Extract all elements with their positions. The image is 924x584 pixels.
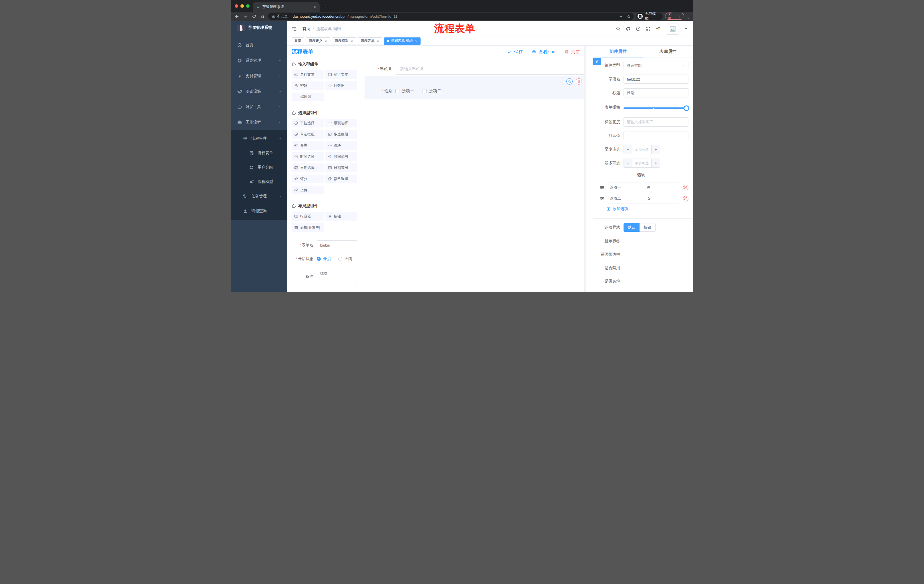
- palette-item-计数器[interactable]: 123计数器: [325, 81, 358, 90]
- form-remark-textarea[interactable]: 嘿嘿: [317, 269, 357, 284]
- gender-checkbox-选项一[interactable]: 选项一: [395, 89, 414, 94]
- chrome-caret-icon[interactable]: [687, 16, 690, 21]
- delete-component-button[interactable]: [576, 78, 582, 85]
- sidebar-item-基础设施[interactable]: 基础设施: [231, 84, 287, 99]
- input-字段名[interactable]: field122: [624, 74, 688, 84]
- remove-option-button[interactable]: [683, 196, 688, 201]
- sidebar-item-研发工具[interactable]: 研发工具: [231, 99, 287, 115]
- status-radio-closed[interactable]: 关闭: [338, 256, 352, 262]
- inspector-tab-组件属性[interactable]: 组件属性: [593, 46, 643, 57]
- palette-item-颜色选择[interactable]: 颜色选择: [325, 174, 358, 183]
- remove-option-button[interactable]: [683, 185, 688, 190]
- avatar-caret-icon[interactable]: [683, 26, 688, 31]
- sidebar-item-工作流程[interactable]: 工作流程: [231, 115, 287, 130]
- reload-icon[interactable]: [251, 14, 257, 18]
- sidebar-item-支付管理[interactable]: ¥支付管理: [231, 68, 287, 84]
- option-value-input[interactable]: 女: [644, 194, 679, 204]
- stepper-plus-button[interactable]: +: [651, 145, 660, 154]
- chrome-update-button[interactable]: 更新: [665, 13, 684, 20]
- palette-item-多选框组[interactable]: 多选框组: [325, 130, 358, 138]
- palette-item-密码[interactable]: 密码: [292, 81, 324, 90]
- resize-handle[interactable]: [354, 281, 356, 283]
- avatar[interactable]: [667, 23, 678, 35]
- canvas-gender-field-selected[interactable]: *性别 选项一选项二: [365, 76, 586, 99]
- home-icon[interactable]: [260, 14, 266, 18]
- stepper-minus-button[interactable]: −: [624, 159, 632, 168]
- input-默认值[interactable]: 1: [624, 131, 688, 140]
- palette-item-表格[开发中][interactable]: 表格[开发中]: [292, 223, 324, 232]
- palette-item-编辑器[interactable]: 编辑器: [292, 92, 324, 101]
- new-tab-button[interactable]: [323, 4, 327, 8]
- forward-icon[interactable]: [243, 14, 249, 18]
- copy-component-button[interactable]: [566, 78, 573, 85]
- tab-close-icon[interactable]: [314, 5, 317, 8]
- 清空-button[interactable]: 清空: [564, 49, 580, 54]
- inspector-tab-表单属性[interactable]: 表单属性: [643, 46, 693, 57]
- sidebar-item-请假查询[interactable]: 请假查询: [231, 204, 287, 219]
- palette-item-日期选择[interactable]: 日期选择: [292, 163, 324, 172]
- tag-close-icon[interactable]: [415, 40, 418, 43]
- drag-handle-icon[interactable]: [599, 185, 604, 190]
- phone-input[interactable]: 请输入手机号: [396, 64, 586, 74]
- fullscreen-icon[interactable]: [646, 26, 651, 31]
- canvas-scrollbar[interactable]: [584, 46, 586, 292]
- palette-item-评分[interactable]: 评分: [292, 174, 324, 183]
- sidebar-item-任务管理[interactable]: 任务管理: [231, 189, 287, 204]
- gender-checkbox-选项二[interactable]: 选项二: [422, 89, 441, 94]
- palette-item-上传[interactable]: 上传: [292, 186, 324, 194]
- sidebar-fold-icon[interactable]: [292, 26, 297, 31]
- stepper-minus-button[interactable]: −: [624, 145, 632, 154]
- tag-close-icon[interactable]: [325, 40, 327, 43]
- bookmark-star-icon[interactable]: [627, 14, 631, 18]
- segment-按钮[interactable]: 按钮: [640, 223, 655, 232]
- input-标题[interactable]: 性别: [624, 88, 688, 97]
- status-radio-open[interactable]: 开启: [317, 256, 331, 262]
- slider-thumb[interactable]: [683, 105, 689, 111]
- grid-span-slider[interactable]: [624, 104, 688, 113]
- tag-close-icon[interactable]: [376, 40, 380, 43]
- drag-handle-icon[interactable]: [599, 196, 604, 201]
- tag-流程定义[interactable]: 流程定义: [306, 38, 330, 45]
- select-组件类型[interactable]: 多选框组: [624, 61, 688, 70]
- tag-流程表单[interactable]: 流程表单: [358, 38, 382, 45]
- sidebar-item-用户分组[interactable]: 用户分组: [231, 160, 287, 174]
- segment-默认[interactable]: 默认: [624, 223, 640, 232]
- palette-item-多行文本[interactable]: 多行文本: [325, 70, 358, 79]
- checkbox-icon[interactable]: [395, 89, 399, 93]
- address-bar[interactable]: 不安全 dashboard.yudao.iocoder.cn/bpm/manag…: [268, 13, 634, 20]
- sidebar-item-流程模型[interactable]: 流程模型: [231, 174, 287, 189]
- tag-流程模型[interactable]: 流程模型: [332, 38, 356, 45]
- add-option-link[interactable]: 添加选项: [593, 206, 688, 211]
- tag-close-icon[interactable]: [350, 40, 353, 43]
- option-label-input[interactable]: 选项二: [607, 194, 642, 204]
- palette-item-行容器[interactable]: 行容器: [292, 212, 324, 220]
- 保存-button[interactable]: 保存: [507, 49, 523, 54]
- help-icon[interactable]: ?: [636, 26, 641, 31]
- browser-tab[interactable]: 芋道管理系统: [253, 2, 320, 12]
- tag-流程表单-编辑[interactable]: 流程表单-编辑: [384, 38, 421, 45]
- affix-link-tab[interactable]: [593, 58, 601, 65]
- palette-item-开关[interactable]: 开关: [292, 141, 324, 150]
- sidebar-item-系统管理[interactable]: 系统管理: [231, 53, 287, 68]
- checkbox-icon[interactable]: [422, 89, 427, 93]
- search-icon[interactable]: [616, 26, 621, 31]
- font-size-icon[interactable]: TT: [656, 26, 661, 31]
- input-标签宽度[interactable]: 请输入标签宽度: [624, 117, 688, 127]
- palette-item-按钮[interactable]: 按钮: [325, 212, 358, 220]
- minimize-window-button[interactable]: [241, 4, 244, 8]
- palette-item-时间范围[interactable]: 时间范围: [325, 152, 358, 161]
- radio-off-icon[interactable]: [338, 257, 342, 261]
- maximize-window-button[interactable]: [246, 4, 249, 8]
- password-key-icon[interactable]: [619, 14, 623, 18]
- sidebar-item-流程表单[interactable]: 流程表单: [231, 146, 287, 160]
- radio-on-icon[interactable]: [317, 257, 321, 261]
- back-icon[interactable]: [234, 14, 240, 18]
- tag-首页[interactable]: 首页: [292, 38, 304, 45]
- palette-item-滑块[interactable]: 滑块: [325, 141, 358, 150]
- github-icon[interactable]: [626, 26, 631, 31]
- stepper-plus-button[interactable]: +: [651, 159, 660, 168]
- browser-menu-dots-icon[interactable]: [677, 15, 681, 18]
- palette-item-单行文本[interactable]: 单行文本: [292, 70, 324, 79]
- form-name-input[interactable]: biubiu: [317, 240, 357, 250]
- 查看json-button[interactable]: 查看json: [532, 49, 555, 54]
